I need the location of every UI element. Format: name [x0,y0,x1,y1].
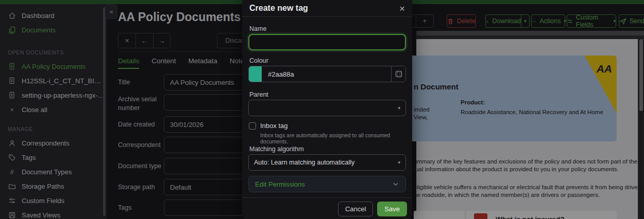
colour-label: Colour [249,57,268,64]
name-label: Name [249,25,266,32]
modal-header: Create new tag × [242,0,412,17]
cancel-button[interactable]: Cancel [338,202,373,216]
save-button[interactable]: Save [377,202,407,216]
create-tag-modal: Create new tag × Name Colour #2aa88a Par… [242,0,412,219]
inbox-tag-label: Inbox tag [260,122,288,130]
app-root: Dashboard Documents OPEN DOCUMENTS AA Po… [0,0,644,219]
modal-footer-divider [242,197,412,198]
colour-input-group: #2aa88a [248,66,406,82]
matching-algorithm-label: Matching algorithm [249,145,304,153]
chevron-down-icon: ▾ [398,106,400,111]
chevron-down-icon [392,180,399,188]
parent-select[interactable]: ▾ [248,100,406,116]
colour-swatch [249,66,262,82]
inbox-tag-checkbox-row[interactable]: Inbox tag [249,122,288,130]
matching-algorithm-select[interactable]: Auto: Learn matching automatically ▾ [248,154,406,171]
modal-footer: Cancel Save [338,202,407,216]
tag-name-input[interactable] [248,34,406,50]
edit-permissions-label: Edit Permissions [255,180,305,188]
matching-algorithm-value: Auto: Learn matching automatically [254,159,354,166]
edit-permissions-accordion[interactable]: Edit Permissions [248,176,406,192]
inbox-tag-checkbox[interactable] [249,122,256,130]
chevron-down-icon: ▾ [398,160,400,165]
parent-label: Parent [249,91,268,98]
close-icon[interactable]: × [399,4,405,13]
colour-hex-value[interactable]: #2aa88a [262,66,391,82]
modal-title: Create new tag [249,4,308,13]
dice-icon [395,70,402,78]
inbox-tag-hint: Inbox tags are automatically assigned to… [260,132,412,144]
random-colour-button[interactable] [391,66,405,82]
